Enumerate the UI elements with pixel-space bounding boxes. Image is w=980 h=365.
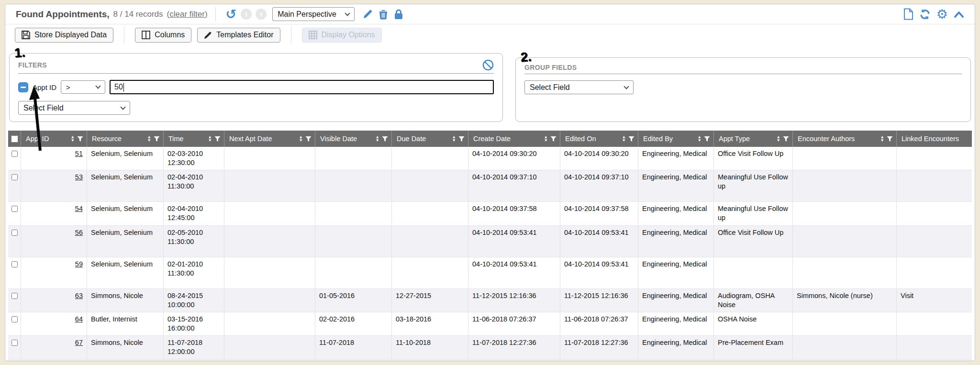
refresh-icon[interactable]	[919, 9, 931, 20]
sort-icon[interactable]: ▲▼	[622, 135, 626, 143]
edit-perspective-icon[interactable]	[362, 9, 373, 20]
sort-icon[interactable]: ▲▼	[880, 135, 884, 143]
sort-icon[interactable]: ▲▼	[376, 135, 379, 143]
appt-id-link[interactable]: 51	[75, 150, 83, 157]
cell-appt-type: Audiogram, OSHA Noise	[714, 289, 793, 312]
cell-encounter-authors	[793, 257, 897, 288]
column-header-time[interactable]: Time▲▼	[164, 131, 224, 147]
row-checkbox[interactable]	[11, 339, 18, 346]
gear-icon[interactable]: ⚙	[936, 9, 948, 20]
columns-icon	[142, 31, 150, 39]
appt-id-link[interactable]: 53	[75, 173, 83, 181]
cell-due-date	[392, 202, 468, 225]
cell-time: 02-01-2010 11:30:00	[164, 257, 224, 288]
filter-funnel-icon[interactable]	[154, 136, 160, 142]
undo-icon[interactable]: ↺	[226, 9, 237, 20]
cell-due-date: 03-18-2016	[392, 312, 468, 335]
display-options-label: Display Options	[322, 31, 375, 39]
cell-appt-id: 54	[21, 202, 87, 225]
filter-operator-select[interactable]: >	[61, 80, 105, 94]
sort-icon[interactable]: ▲▼	[299, 135, 303, 143]
row-checkbox[interactable]	[11, 229, 18, 236]
appt-id-link[interactable]: 67	[75, 339, 83, 346]
columns-button[interactable]: Columns	[135, 28, 191, 43]
delete-perspective-icon[interactable]	[379, 9, 388, 20]
cell-linked-encounters	[897, 202, 972, 225]
cell-appt-type	[714, 257, 793, 288]
sort-icon[interactable]: ▲▼	[452, 135, 456, 143]
cell-next-apt-date	[224, 226, 315, 257]
clear-filter-link[interactable]: (clear filter)	[167, 10, 208, 19]
appt-id-link[interactable]: 54	[75, 205, 83, 212]
sort-icon[interactable]: ▲▼	[147, 135, 151, 143]
appt-id-link[interactable]: 59	[75, 260, 83, 268]
cell-appt-type: Pre-Placement Exam	[714, 336, 793, 359]
appt-id-link[interactable]: 56	[75, 229, 83, 236]
row-checkbox[interactable]	[11, 150, 18, 157]
sort-icon[interactable]: ▲▼	[71, 135, 75, 143]
filter-funnel-icon[interactable]	[550, 136, 557, 142]
column-header-encounter-authors[interactable]: Encounter Authors▲▼	[793, 131, 897, 147]
filter-value-input[interactable]: 50	[110, 80, 494, 94]
filter-funnel-icon[interactable]	[77, 136, 83, 142]
filter-funnel-icon[interactable]	[214, 136, 221, 142]
column-header-appt-id[interactable]: Appt ID▲▼	[21, 131, 87, 147]
cell-next-apt-date	[224, 147, 315, 170]
cell-visible-date	[315, 226, 392, 257]
store-displayed-data-button[interactable]: Store Displayed Data	[15, 28, 113, 43]
add-filter-field-select[interactable]: Select Field	[18, 101, 130, 115]
column-label: Encounter Authors	[798, 135, 878, 143]
row-checkbox[interactable]	[11, 261, 18, 268]
sort-icon[interactable]: ▲▼	[544, 135, 548, 143]
select-all-header-cell[interactable]	[8, 131, 21, 147]
appt-id-link[interactable]: 64	[75, 315, 83, 323]
filter-funnel-icon[interactable]	[458, 136, 465, 142]
column-label: Resource	[92, 135, 145, 143]
cell-visible-date	[315, 170, 392, 201]
filter-funnel-icon[interactable]	[628, 136, 635, 142]
column-header-resource[interactable]: Resource▲▼	[87, 131, 164, 147]
cell-edited-on: 04-10-2014 09:37:10	[560, 170, 638, 201]
cell-time: 11-07-2018 12:00:00	[164, 336, 224, 359]
lock-icon[interactable]	[394, 9, 403, 20]
row-checkbox[interactable]	[11, 205, 18, 212]
group-field-select[interactable]: Select Field	[524, 80, 634, 94]
column-header-appt-type[interactable]: Appt Type▲▼	[714, 131, 793, 147]
column-header-visible-date[interactable]: Visible Date▲▼	[315, 131, 392, 147]
filter-operator-value: >	[66, 83, 70, 91]
filter-funnel-icon[interactable]	[783, 136, 789, 142]
previous-perspective-icon[interactable]: ‹	[241, 9, 252, 20]
clear-all-filters-icon[interactable]	[482, 59, 494, 71]
column-header-edited-by[interactable]: Edited By▲▼	[638, 131, 714, 147]
row-checkbox[interactable]	[11, 292, 18, 299]
filter-funnel-icon[interactable]	[305, 136, 312, 142]
next-perspective-icon[interactable]: ›	[256, 9, 267, 20]
appt-id-link[interactable]: 63	[75, 292, 83, 299]
cell-create-date: 04-10-2014 09:37:10	[468, 170, 560, 201]
filter-funnel-icon[interactable]	[887, 136, 893, 142]
cell-due-date	[392, 170, 468, 201]
row-checkbox[interactable]	[11, 316, 18, 323]
chevron-down-icon	[95, 83, 100, 88]
collapse-icon[interactable]	[954, 11, 964, 18]
row-checkbox[interactable]	[11, 174, 18, 181]
cell-resource: Selenium, Selenium	[87, 170, 164, 201]
templates-editor-button[interactable]: Templates Editor	[197, 28, 280, 43]
filter-funnel-icon[interactable]	[704, 136, 710, 142]
column-header-next-apt-date[interactable]: Next Apt Date▲▼	[224, 131, 315, 147]
column-header-linked-encounters[interactable]: Linked Encounters	[897, 131, 972, 147]
column-header-edited-on[interactable]: Edited On▲▼	[560, 131, 638, 147]
sort-icon[interactable]: ▲▼	[777, 135, 780, 143]
perspective-select[interactable]: Main Perspective	[272, 7, 355, 21]
sort-icon[interactable]: ▲▼	[698, 135, 702, 143]
filter-funnel-icon[interactable]	[382, 136, 388, 142]
column-header-due-date[interactable]: Due Date▲▼	[392, 131, 468, 147]
new-document-icon[interactable]	[903, 8, 913, 20]
remove-filter-button[interactable]	[18, 82, 28, 92]
select-all-checkbox[interactable]	[11, 135, 18, 143]
column-header-create-date[interactable]: Create Date▲▼	[468, 131, 560, 147]
sort-icon[interactable]: ▲▼	[208, 135, 212, 143]
cell-appt-id: 53	[21, 170, 87, 201]
cell-resource: Selenium, Selenium	[87, 257, 164, 288]
divider	[291, 26, 291, 44]
